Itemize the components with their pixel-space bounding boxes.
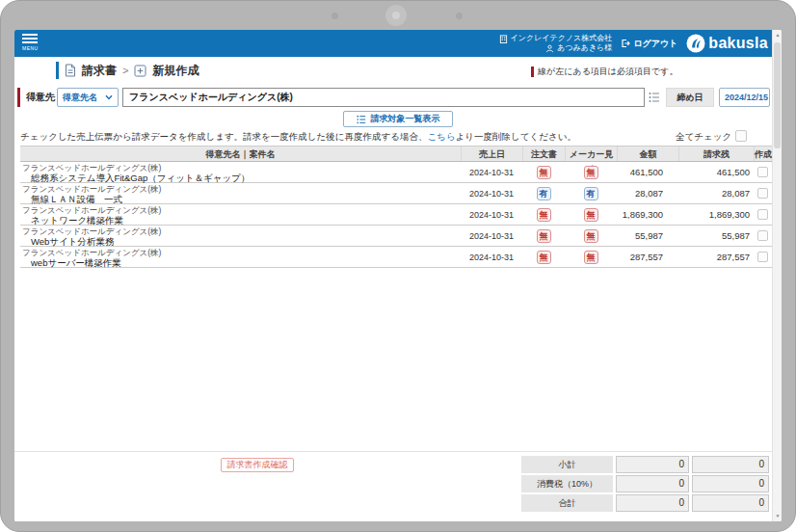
col-amount: 金額 (617, 146, 678, 161)
row-amount: 28,087 (617, 183, 678, 203)
row-amount: 1,869,300 (617, 204, 678, 225)
subtotal-label: 小計 (521, 456, 613, 473)
total-value-1: 0 (616, 494, 689, 512)
col-maker-quote: メーカー見積 (565, 146, 617, 161)
required-accent-bar (531, 66, 534, 77)
row-billing-balance: 55,987 (678, 226, 754, 246)
confirm-create-invoice-button[interactable]: 請求書作成確認 (221, 458, 294, 472)
menu-label: MENU (22, 45, 41, 51)
row-create-checkbox[interactable] (757, 188, 768, 199)
purchase-order-badge: 無 (537, 208, 551, 222)
bakusla-logo-icon (686, 34, 705, 53)
row-sales-date: 2024-10-31 (461, 183, 522, 203)
row-amount: 287,557 (617, 247, 678, 267)
row-customer: フランスベッドホールディングス(株) (22, 163, 461, 173)
row-customer: フランスベッドホールディングス(株) (22, 226, 461, 236)
required-note: 線が左にある項目は必須項目です。 (531, 66, 677, 78)
row-customer: フランスベッドホールディングス(株) (22, 184, 461, 194)
show-billing-targets-button[interactable]: 請求対象一覧表示 (343, 111, 453, 127)
app-header: MENU インクレイテクノス株式会社 (14, 30, 772, 57)
tax-value-1: 0 (616, 475, 689, 492)
breadcrumb: 請求書 > 新規作成 (56, 62, 199, 79)
menu-button[interactable]: MENU (22, 34, 41, 51)
subtotal-value-1: 0 (616, 456, 689, 473)
row-case: webサーバー構築作業 (22, 257, 461, 268)
customer-label: 得意先 (26, 88, 55, 107)
col-sales-date: 売上日 (461, 146, 522, 161)
purchase-order-badge: 無 (537, 251, 551, 264)
billing-table: 得意先名｜案件名 売上日 注文書 メーカー見積 金額 請求残 作成 フランスベッ… (20, 146, 772, 268)
scroll-down-arrow-icon[interactable]: ▼ (773, 511, 782, 521)
row-customer: フランスベッドホールディングス(株) (22, 205, 461, 215)
tax-value-2: 0 (692, 475, 769, 492)
purchase-order-badge: 無 (537, 229, 551, 243)
maker-quote-badge: 無 (584, 166, 598, 179)
table-row: フランスベッドホールディングス(株)総務系システム導入Fit&Gap（フィット＆… (20, 162, 772, 183)
breadcrumb-accent-bar (56, 62, 59, 79)
customer-name-input[interactable] (122, 88, 645, 107)
list-lookup-icon[interactable] (649, 92, 660, 103)
row-billing-balance: 461,500 (678, 162, 754, 182)
logout-label: ログアウト (633, 38, 677, 50)
row-amount: 55,987 (617, 226, 678, 246)
scroll-up-arrow-icon[interactable]: ▲ (773, 30, 782, 40)
row-create-checkbox[interactable] (757, 252, 768, 262)
filter-row: 得意先 得意先名 締め日 2024/12/15 (14, 88, 772, 107)
table-row: フランスベッドホールディングス(株)Webサイト分析業務 2024-10-31 … (20, 226, 772, 247)
bezel-dot-left (332, 13, 338, 19)
table-row: フランスベッドホールディングス(株)webサーバー構築作業 2024-10-31… (20, 247, 772, 268)
row-billing-balance: 28,087 (678, 183, 754, 203)
table-row: フランスベッドホールディングス(株)ネットワーク構築作業 2024-10-31 … (20, 204, 772, 226)
logo-text: bakusla (708, 35, 768, 52)
breadcrumb-section[interactable]: 請求書 (82, 63, 117, 79)
check-all-checkbox[interactable] (735, 130, 747, 142)
row-create-checkbox[interactable] (757, 230, 768, 241)
row-create-checkbox[interactable] (757, 167, 768, 177)
document-icon (65, 64, 76, 77)
maker-quote-badge: 無 (584, 229, 598, 243)
logout-icon (621, 39, 630, 48)
row-sales-date: 2024-10-31 (461, 226, 522, 246)
row-sales-date: 2024-10-31 (461, 162, 522, 182)
row-customer: フランスベッドホールディングス(株) (22, 248, 461, 257)
row-amount: 461,500 (617, 162, 678, 182)
plus-square-icon (134, 65, 146, 77)
breadcrumb-separator: > (122, 65, 128, 76)
list-icon (357, 115, 366, 124)
breadcrumb-page: 新規作成 (152, 63, 199, 79)
maker-quote-badge: 有 (584, 187, 598, 200)
col-create: 作成 (754, 146, 772, 161)
maker-quote-badge: 無 (584, 208, 598, 222)
logout-button[interactable]: ログアウト (621, 38, 677, 50)
col-purchase-order: 注文書 (522, 146, 565, 161)
delete-here-link[interactable]: こちら (427, 131, 455, 142)
camera-icon (385, 5, 407, 26)
bakusla-logo[interactable]: bakusla (686, 34, 768, 53)
row-billing-balance: 287,557 (678, 247, 754, 267)
customer-field-select[interactable]: 得意先名 (57, 88, 119, 107)
purchase-order-badge: 無 (537, 166, 551, 179)
row-case: ネットワーク構築作業 (22, 215, 461, 226)
row-case: 総務系システム導入Fit&Gap（フィット＆ギャップ） (22, 173, 461, 183)
vertical-scrollbar[interactable]: ▲ ▼ (772, 30, 782, 521)
row-create-checkbox[interactable] (757, 209, 768, 220)
row-case: 無線ＬＡＮ設備 一式 (22, 194, 461, 204)
col-customer-case: 得意先名｜案件名 (20, 146, 461, 161)
row-billing-balance: 1,869,300 (678, 204, 754, 225)
user-name: あつみあきら様 (557, 43, 612, 53)
bezel-dot-right (456, 13, 463, 19)
closing-date-select[interactable]: 2024/12/15 (719, 88, 770, 107)
device-bezel: MENU インクレイテクノス株式会社 (0, 0, 796, 532)
total-value-2: 0 (692, 494, 769, 512)
row-case: Webサイト分析業務 (22, 236, 461, 247)
person-icon (545, 44, 554, 53)
purchase-order-badge: 有 (537, 187, 551, 200)
maker-quote-badge: 無 (584, 251, 598, 264)
check-all-label: 全てチェック (676, 131, 731, 144)
summary-row-subtotal: 小計 0 0 (521, 456, 769, 473)
instruction-text: チェックした売上伝票から請求データを作成します。請求を一度作成した後に再度作成す… (20, 131, 576, 144)
row-sales-date: 2024-10-31 (461, 247, 522, 267)
app-screen: MENU インクレイテクノス株式会社 (14, 30, 782, 521)
scrollbar-thumb[interactable] (774, 42, 781, 148)
tax-label: 消費税（10%） (521, 475, 613, 492)
